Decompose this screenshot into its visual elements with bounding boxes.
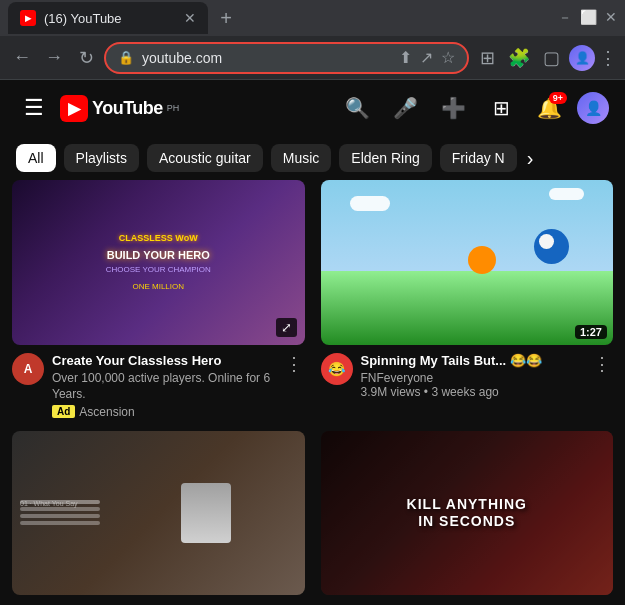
filter-pill-all[interactable]: All bbox=[16, 144, 56, 172]
yt-menu-button[interactable]: ☰ bbox=[16, 87, 52, 129]
filter-pill-friday[interactable]: Friday N bbox=[440, 144, 517, 172]
filter-pill-playlists[interactable]: Playlists bbox=[64, 144, 139, 172]
yt-notification-button[interactable]: 🔔 9+ bbox=[529, 88, 569, 128]
video-ad-info-1: Ad Ascension bbox=[52, 405, 275, 419]
new-tab-button[interactable]: + bbox=[212, 4, 240, 32]
video-title-2: Spinning My Tails But... 😂😂 bbox=[361, 353, 584, 370]
video-title-1: Create Your Classless Hero bbox=[52, 353, 275, 370]
extension-icon-1[interactable]: ⊞ bbox=[473, 44, 501, 72]
browser-window: ▶ (16) YouTube ✕ + － ⬜ ✕ ← → ↻ 🔒 youtube… bbox=[0, 0, 625, 80]
address-text: youtube.com bbox=[142, 50, 391, 66]
video-info-1: A Create Your Classless Hero Over 100,00… bbox=[12, 345, 305, 419]
thumbnail-3: 01 · What You Say bbox=[12, 431, 305, 596]
video-card-2[interactable]: 1:27 😂 Spinning My Tails But... 😂😂 FNFev… bbox=[321, 180, 614, 419]
channel-name-1: Ascension bbox=[79, 405, 134, 419]
yt-apps-button[interactable]: ⊞ bbox=[481, 88, 521, 128]
address-actions: ⬆ ↗ ☆ bbox=[399, 48, 455, 67]
thumbnail-4: KILL ANYTHINGIN SECONDS bbox=[321, 431, 614, 596]
filter-bar: All Playlists Acoustic guitar Music Elde… bbox=[0, 136, 625, 180]
notification-badge: 9+ bbox=[549, 92, 567, 104]
yt-user-avatar[interactable]: 👤 bbox=[577, 92, 609, 124]
browser-extension-icons: ⊞ 🧩 ▢ 👤 ⋮ bbox=[473, 44, 617, 72]
lock-icon: 🔒 bbox=[118, 50, 134, 65]
extension-icon-3[interactable]: ▢ bbox=[537, 44, 565, 72]
ad-badge-1: Ad bbox=[52, 405, 75, 418]
yt-create-button[interactable]: ➕ bbox=[433, 88, 473, 128]
window-controls: － ⬜ ✕ bbox=[558, 9, 617, 27]
video-meta-1: Create Your Classless Hero Over 100,000 … bbox=[52, 353, 275, 419]
reload-button[interactable]: ↻ bbox=[72, 44, 100, 72]
video-duration-2: 1:27 bbox=[575, 325, 607, 339]
active-tab[interactable]: ▶ (16) YouTube ✕ bbox=[8, 2, 208, 34]
filter-more-icon[interactable]: › bbox=[527, 147, 534, 170]
filter-pill-acoustic[interactable]: Acoustic guitar bbox=[147, 144, 263, 172]
channel-name-2: FNFeveryone bbox=[361, 371, 584, 385]
yt-header: ☰ ▶ YouTubePH 🔍 🎤 ➕ ⊞ 🔔 9+ 👤 bbox=[0, 80, 625, 136]
video-card-3[interactable]: 01 · What You Say bbox=[12, 431, 305, 596]
video-card-1[interactable]: CLASSLESS WoW BUILD YOUR HERO CHOOSE YOU… bbox=[12, 180, 305, 419]
forward-page-icon[interactable]: ↗ bbox=[420, 48, 433, 67]
tab-favicon: ▶ bbox=[20, 10, 36, 26]
yt-logo-icon: ▶ bbox=[60, 95, 88, 122]
yt-search-button[interactable]: 🔍 bbox=[337, 88, 377, 128]
yt-logo[interactable]: ▶ YouTubePH bbox=[60, 95, 179, 122]
video-meta-2: Spinning My Tails But... 😂😂 FNFeveryone … bbox=[361, 353, 584, 400]
video-info-2: 😂 Spinning My Tails But... 😂😂 FNFeveryon… bbox=[321, 345, 614, 400]
extension-icon-2[interactable]: 🧩 bbox=[505, 44, 533, 72]
profile-avatar[interactable]: 👤 bbox=[569, 45, 595, 71]
chrome-menu-icon[interactable]: ⋮ bbox=[599, 47, 617, 69]
video-stats-1: Over 100,000 active players. Online for … bbox=[52, 371, 275, 402]
forward-button[interactable]: → bbox=[40, 44, 68, 72]
video-grid: CLASSLESS WoW BUILD YOUR HERO CHOOSE YOU… bbox=[0, 180, 625, 595]
address-bar[interactable]: 🔒 youtube.com ⬆ ↗ ☆ bbox=[104, 42, 469, 74]
browser-controls: ← → ↻ 🔒 youtube.com ⬆ ↗ ☆ ⊞ 🧩 ▢ 👤 ⋮ bbox=[0, 36, 625, 80]
filter-pill-music[interactable]: Music bbox=[271, 144, 332, 172]
youtube-app: ☰ ▶ YouTubePH 🔍 🎤 ➕ ⊞ 🔔 9+ 👤 All Playlis… bbox=[0, 80, 625, 605]
maximize-icon[interactable]: ⬜ bbox=[580, 9, 597, 27]
video-menu-2[interactable]: ⋮ bbox=[591, 353, 613, 375]
video-card-4[interactable]: KILL ANYTHINGIN SECONDS bbox=[321, 431, 614, 596]
close-window-icon[interactable]: ✕ bbox=[605, 9, 617, 27]
video-menu-1[interactable]: ⋮ bbox=[283, 353, 305, 375]
yt-mic-button[interactable]: 🎤 bbox=[385, 88, 425, 128]
share-page-icon[interactable]: ⬆ bbox=[399, 48, 412, 67]
back-button[interactable]: ← bbox=[8, 44, 36, 72]
minimize-icon[interactable]: － bbox=[558, 9, 572, 27]
tab-close-icon[interactable]: ✕ bbox=[184, 10, 196, 26]
channel-avatar-1: A bbox=[12, 353, 44, 385]
channel-avatar-2: 😂 bbox=[321, 353, 353, 385]
video-stats-2: 3.9M views • 3 weeks ago bbox=[361, 385, 584, 399]
yt-logo-region: PH bbox=[167, 103, 180, 113]
filter-pill-elden[interactable]: Elden Ring bbox=[339, 144, 432, 172]
tab-title: (16) YouTube bbox=[44, 11, 176, 26]
bookmark-icon[interactable]: ☆ bbox=[441, 48, 455, 67]
yt-logo-text: YouTube bbox=[92, 98, 163, 119]
thumbnail-1: CLASSLESS WoW BUILD YOUR HERO CHOOSE YOU… bbox=[12, 180, 305, 345]
tab-bar: ▶ (16) YouTube ✕ + － ⬜ ✕ bbox=[0, 0, 625, 36]
thumbnail-2: 1:27 bbox=[321, 180, 614, 345]
